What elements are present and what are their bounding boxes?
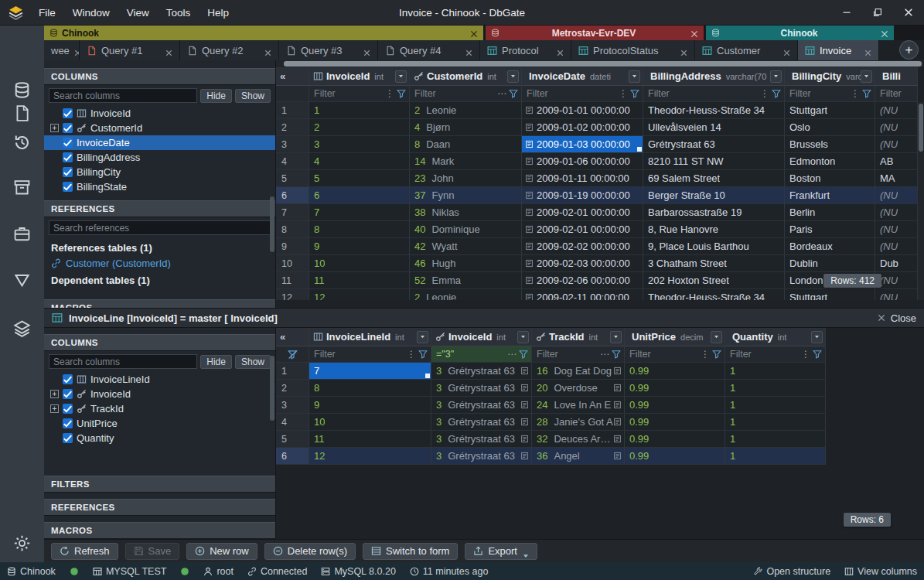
cell-customerid[interactable]: 4Bjørn xyxy=(410,119,522,136)
cell-invoicedate[interactable]: 2009-01-06 00:00:00 xyxy=(522,153,643,170)
fill-handle[interactable] xyxy=(637,147,642,152)
column-item-trackid[interactable]: +TrackId xyxy=(44,401,275,416)
column-header-invoicelineid[interactable]: InvoiceLineIdint xyxy=(309,328,431,346)
cell-unitprice[interactable]: 0.99 xyxy=(625,397,725,414)
clear-filters-button[interactable] xyxy=(276,346,309,363)
cell-invoicedate[interactable]: 2009-02-01 00:00:00 xyxy=(522,221,643,238)
panel-header-macros[interactable]: MACROS xyxy=(44,522,275,539)
filter-menu-icon[interactable]: ⋯ xyxy=(600,349,609,360)
cell-invoicedate[interactable]: 2009-01-19 00:00:00 xyxy=(522,187,643,204)
tab-close-icon[interactable] xyxy=(557,47,564,54)
row-number[interactable]: 11 xyxy=(276,272,309,289)
panel-header-filters[interactable]: FILTERS xyxy=(44,476,275,493)
cell-invoiceid[interactable]: 3Grétrystraat 63 xyxy=(431,414,532,431)
row-number[interactable]: 10 xyxy=(276,255,309,272)
cell-billingaddress[interactable]: Ullevålsveien 14 xyxy=(643,119,785,136)
tab-group-close-icon[interactable] xyxy=(470,29,478,37)
cell-unitprice[interactable]: 0.99 xyxy=(625,414,725,431)
column-dropdown-button[interactable] xyxy=(629,70,640,83)
cell-quantity[interactable]: 1 xyxy=(725,448,826,465)
cell-customerid[interactable]: 8Daan xyxy=(410,136,522,153)
cell-invoicelineid[interactable]: 7 xyxy=(309,363,431,380)
status-connection-state[interactable]: Connected xyxy=(247,566,307,577)
menu-view[interactable]: View xyxy=(118,7,158,19)
fill-handle[interactable] xyxy=(425,374,430,378)
tab-protocol[interactable]: Protocol xyxy=(480,40,571,60)
tab-query-1[interactable]: Query #1 xyxy=(80,40,180,60)
row-number[interactable]: 8 xyxy=(276,221,309,238)
checkbox-icon[interactable] xyxy=(63,418,73,428)
files-icon[interactable] xyxy=(12,103,32,123)
checkbox-icon[interactable] xyxy=(63,182,73,192)
clear-filters-button[interactable] xyxy=(276,86,309,102)
cell-billingaddress[interactable]: 8210 111 ST NW xyxy=(643,153,785,170)
row-number[interactable]: 7 xyxy=(276,204,309,221)
cell-invoicedate[interactable]: 2009-02-03 00:00:00 xyxy=(522,255,643,272)
column-dropdown-button[interactable] xyxy=(711,331,722,343)
tab-group-metrostav-evr-dev-1[interactable]: Metrostav-Evr-DEV xyxy=(486,26,704,40)
column-header-quantity[interactable]: Quantityint xyxy=(725,328,826,346)
column-item-billingcity[interactable]: BillingCity xyxy=(44,165,275,179)
cell-invoicedate[interactable]: 2009-02-06 00:00:00 xyxy=(522,272,643,289)
row-number[interactable]: 3 xyxy=(276,397,309,414)
cell-billi[interactable]: Dub xyxy=(875,255,918,272)
hide-button[interactable]: Hide xyxy=(200,355,232,369)
cell-billingcity[interactable]: Stuttgart xyxy=(785,102,875,119)
query-history-icon[interactable] xyxy=(12,132,32,152)
cell-trackid[interactable]: 16Dog Eat Dog xyxy=(532,363,625,380)
maximize-button[interactable] xyxy=(862,0,893,25)
column-header-invoicedate[interactable]: InvoiceDatedateti xyxy=(522,67,643,86)
cell-billingaddress[interactable]: 8, Rue Hanovre xyxy=(643,221,785,238)
cell-invoicelineid[interactable]: 12 xyxy=(309,448,431,465)
filter-input-billi[interactable]: Filter xyxy=(875,86,918,102)
tab-close-icon[interactable] xyxy=(74,47,80,54)
filter-input-invoiceid[interactable]: ="3"⋯ xyxy=(431,346,532,363)
filter-menu-icon[interactable]: ⋯ xyxy=(497,88,506,99)
column-dropdown-button[interactable] xyxy=(770,70,782,83)
filter-input-billingaddress[interactable]: Filter⋮ xyxy=(643,86,785,102)
cell-billi[interactable]: (NU xyxy=(875,272,918,289)
new-row-button[interactable]: New row xyxy=(186,543,257,560)
column-dropdown-button[interactable] xyxy=(861,70,872,83)
cell-customerid[interactable]: 23John xyxy=(410,170,522,187)
cell-billi[interactable]: (NU xyxy=(875,119,918,136)
column-dropdown-button[interactable] xyxy=(417,331,428,343)
cell-invoiceid[interactable]: 3Grétrystraat 63 xyxy=(431,397,532,414)
row-number[interactable]: 2 xyxy=(276,119,309,136)
cell-billingaddress[interactable]: 69 Salem Street xyxy=(643,170,785,187)
tab-query-4[interactable]: Query #4 xyxy=(378,40,480,60)
panel-header-references[interactable]: REFERENCES xyxy=(44,499,275,516)
row-number[interactable]: 6 xyxy=(276,448,309,465)
cell-customerid[interactable]: 40Dominique xyxy=(410,221,522,238)
row-number[interactable]: 5 xyxy=(276,431,309,448)
filter-menu-icon[interactable]: ⋮ xyxy=(760,88,769,99)
status-database-status-led[interactable] xyxy=(180,567,189,576)
row-number[interactable]: 5 xyxy=(276,170,309,187)
cell-billingcity[interactable]: Paris xyxy=(785,221,875,238)
tab-protocolstatus[interactable]: ProtocolStatus xyxy=(571,40,695,60)
filter-input-invoiceid[interactable]: Filter⋮ xyxy=(309,86,410,102)
column-item-invoicedate[interactable]: InvoiceDate xyxy=(44,135,275,150)
status-last-refresh-time[interactable]: 11 minutes ago xyxy=(410,566,489,577)
filter-input-invoicedate[interactable]: Filter⋮ xyxy=(522,86,643,102)
column-dropdown-button[interactable] xyxy=(610,331,622,343)
cell-invoiceid[interactable]: 2 xyxy=(309,119,410,136)
column-item-invoiceid[interactable]: +InvoiceId xyxy=(44,387,275,401)
tab-query-2[interactable]: Query #2 xyxy=(180,40,279,60)
cell-quantity[interactable]: 1 xyxy=(725,414,826,431)
filter-menu-icon[interactable]: ⋮ xyxy=(385,88,394,99)
cell-quantity[interactable]: 1 xyxy=(725,363,826,380)
filter-input-trackid[interactable]: Filter⋯ xyxy=(532,346,625,363)
status-connection-status-led[interactable] xyxy=(70,567,79,576)
cell-unitprice[interactable]: 0.99 xyxy=(625,431,725,448)
tab-close-icon[interactable] xyxy=(783,47,790,54)
expand-icon[interactable]: + xyxy=(50,390,59,398)
cell-invoicedate[interactable]: 2009-02-11 00:00:00 xyxy=(522,289,643,300)
cell-billingaddress[interactable]: 202 Hoxton Street xyxy=(643,272,785,289)
expand-icon[interactable]: + xyxy=(50,124,59,132)
status-connection-name[interactable]: Chinook xyxy=(7,566,56,577)
tab-close-icon[interactable] xyxy=(264,47,271,54)
column-item-invoicelineid[interactable]: InvoiceLineId xyxy=(44,372,275,387)
checkbox-icon[interactable] xyxy=(63,138,73,148)
panel-scrollbar[interactable] xyxy=(270,196,274,252)
